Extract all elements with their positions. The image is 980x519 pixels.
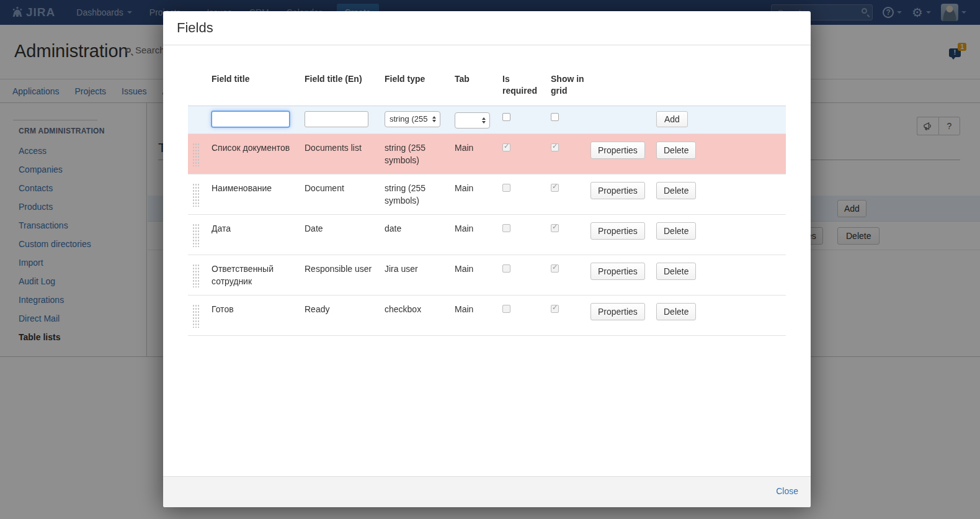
field-title-cell: Ответственный сотрудник (212, 255, 305, 296)
add-field-button[interactable]: Add (656, 111, 688, 127)
fields-table: Field title Field title (En) Field type … (188, 73, 786, 336)
field-row: Готов Ready checkbox Main Properties Del… (188, 296, 786, 336)
properties-button[interactable]: Properties (590, 222, 645, 240)
properties-button[interactable]: Properties (590, 303, 645, 320)
field-row: Наименование Document string (255 symbol… (188, 174, 786, 215)
column-header: Field title (212, 73, 305, 106)
show-in-grid-checkbox[interactable] (551, 113, 559, 121)
tab-select[interactable] (455, 112, 490, 129)
close-button[interactable]: Close (776, 486, 798, 496)
new-field-row: string (255 Add (188, 106, 786, 134)
drag-handle[interactable] (192, 223, 199, 247)
field-type-cell: string (255 symbols) (385, 174, 455, 215)
column-header: Field type (385, 73, 455, 106)
tab-cell: Main (455, 255, 502, 296)
is-required-checkbox[interactable] (502, 113, 510, 121)
tab-cell: Main (455, 215, 502, 255)
drag-handle[interactable] (192, 264, 199, 287)
field-title-input[interactable] (212, 111, 290, 127)
properties-button[interactable]: Properties (590, 182, 645, 199)
field-title-en-cell: Document (305, 174, 385, 215)
modal-header: Fields (163, 11, 811, 45)
fields-modal: Fields Field title Field title (En) Fiel… (163, 11, 811, 507)
field-row: Ответственный сотрудник Responsible user… (188, 255, 786, 296)
drag-handle[interactable] (192, 143, 199, 166)
column-header (590, 73, 656, 106)
show-in-grid-checkbox (551, 305, 559, 313)
field-type-cell: date (385, 215, 455, 255)
is-required-checkbox (502, 224, 510, 232)
select-stepper-icon (482, 117, 486, 124)
field-title-en-cell: Ready (305, 296, 385, 336)
field-title-cell: Наименование (212, 174, 305, 215)
column-header: Show in grid (551, 73, 590, 106)
field-row: Дата Date date Main Properties Delete (188, 215, 786, 255)
show-in-grid-checkbox (551, 143, 559, 151)
field-title-cell: Список документов (212, 134, 305, 174)
drag-handle[interactable] (192, 304, 199, 328)
field-type-cell: Jira user (385, 255, 455, 296)
field-row: Список документов Documents list string … (188, 134, 786, 174)
drag-handle[interactable] (192, 183, 199, 207)
select-stepper-icon (432, 116, 436, 122)
is-required-checkbox (502, 264, 510, 273)
delete-button[interactable]: Delete (656, 142, 696, 159)
field-title-en-cell: Documents list (305, 134, 385, 174)
field-title-cell: Готов (212, 296, 305, 336)
modal-footer: Close (163, 476, 811, 507)
show-in-grid-checkbox (551, 224, 559, 232)
field-title-cell: Дата (212, 215, 305, 255)
column-header: Field title (En) (305, 73, 385, 106)
properties-button[interactable]: Properties (590, 142, 645, 159)
column-header (656, 73, 786, 106)
field-title-en-input[interactable] (305, 111, 368, 127)
show-in-grid-checkbox (551, 264, 559, 273)
delete-button[interactable]: Delete (656, 182, 696, 199)
is-required-checkbox (502, 305, 510, 313)
fields-table-header: Field title Field title (En) Field type … (188, 73, 786, 106)
delete-button[interactable]: Delete (656, 263, 696, 280)
modal-title: Fields (177, 20, 213, 36)
modal-body: Field title Field title (En) Field type … (163, 45, 811, 336)
is-required-checkbox (502, 143, 510, 151)
show-in-grid-checkbox (551, 184, 559, 192)
field-title-en-cell: Date (305, 215, 385, 255)
delete-button[interactable]: Delete (656, 303, 696, 320)
drag-column-header (188, 73, 212, 106)
column-header: Tab (455, 73, 502, 106)
delete-button[interactable]: Delete (656, 222, 696, 240)
is-required-checkbox (502, 184, 510, 192)
field-title-en-cell: Responsible user (305, 255, 385, 296)
tab-cell: Main (455, 134, 502, 174)
column-header: Is required (502, 73, 551, 106)
field-type-cell: string (255 symbols) (385, 134, 455, 174)
tab-cell: Main (455, 174, 502, 215)
properties-button[interactable]: Properties (590, 263, 645, 280)
field-type-select[interactable]: string (255 (385, 111, 440, 127)
tab-cell: Main (455, 296, 502, 336)
field-type-cell: checkbox (385, 296, 455, 336)
